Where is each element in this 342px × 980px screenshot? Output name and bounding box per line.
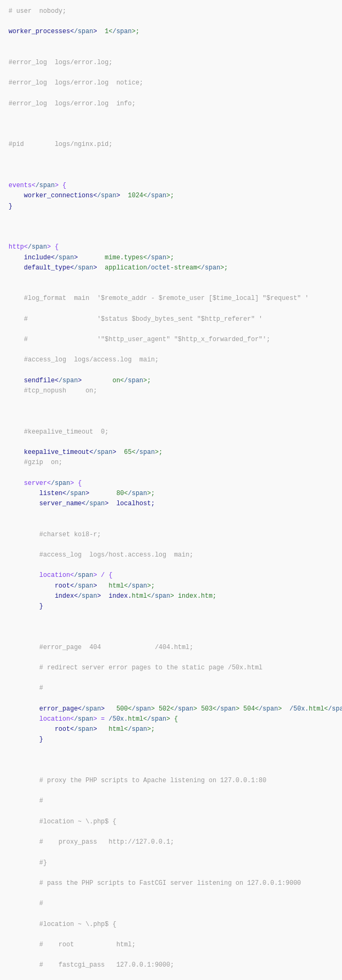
code-line: # user nobody; — [9, 6, 333, 17]
code-line: #charset koi8-r; — [9, 530, 333, 540]
code-line: #gzip on; — [9, 458, 333, 468]
code-line: # proxy the PHP scripts to Apache listen… — [9, 776, 333, 786]
code-line: # proxy_pass http://127.0.0.1; — [9, 837, 333, 847]
code-line: #error_log logs/error.log notice; — [9, 78, 333, 88]
code-line: # redirect server error pages to the sta… — [9, 663, 333, 673]
code-line: #log_format main '$remote_addr - $remote… — [9, 294, 333, 304]
code-line: # pass the PHP scripts to FastCGI server… — [9, 878, 333, 889]
code-line: include</span> mime.types</span>; defaul… — [9, 253, 333, 981]
code-line: } — [9, 202, 333, 212]
code-line — [9, 406, 333, 416]
code-line: error_page</span> 500</span> 502</span> … — [9, 704, 333, 980]
code-line: # — [9, 899, 333, 909]
code-line: http</span> { include</span> mime.types<… — [9, 242, 333, 980]
code-line: # root html; — [9, 940, 333, 950]
code-line: keepalive_timeout</span> 65</span>; #gzi… — [9, 447, 333, 980]
code-line — [9, 273, 333, 283]
code-line: default_type</span> application/octet-st… — [9, 263, 333, 980]
code-line: } — [9, 735, 333, 745]
code-line — [9, 755, 333, 766]
code-line — [9, 622, 333, 632]
code-line — [9, 509, 333, 519]
code-line: #access_log logs/host.access.log main; — [9, 550, 333, 560]
code-line: #location ~ \.php$ { — [9, 817, 333, 827]
code-line: root</span> html</span>; } # proxy the P… — [9, 724, 333, 980]
code-line: #error_page 404 /404.html; — [9, 643, 333, 653]
code-line: location</span> / { root</span> html</sp… — [9, 570, 333, 980]
code-line: #} — [9, 858, 333, 868]
code-line: # '$status $body_bytes_sent "$http_refer… — [9, 314, 333, 325]
code-line: root</span> html</span>; index</span> in… — [9, 581, 333, 981]
code-line: location</span> = /50x.html</span> { roo… — [9, 714, 333, 980]
code-line: worker_processes</span> 1</span>; #error… — [9, 27, 333, 980]
code-line: events</span> { worker_connections</span… — [9, 181, 333, 980]
code-line: #access_log logs/access.log main; — [9, 355, 333, 365]
code-line — [9, 119, 333, 129]
code-line: } — [9, 601, 333, 612]
code-line: #location ~ \.php$ { — [9, 920, 333, 930]
code-line: sendfile</span> on</span>; #tcp_nopush o… — [9, 376, 333, 980]
code-line: server_name</span> localhost; #charset k… — [9, 499, 333, 980]
code-line: #error_log logs/error.log; — [9, 58, 333, 68]
code-line: # — [9, 796, 333, 806]
code-line — [9, 37, 333, 48]
code-line: #error_log logs/error.log info; — [9, 99, 333, 109]
code-line — [9, 160, 333, 171]
code-editor: # user nobody; worker_processes</span> 1… — [0, 0, 342, 980]
code-line: # fastcgi_pass 127.0.0.1:9000; — [9, 960, 333, 970]
code-line: worker_connections</span> 1024</span>; }… — [9, 191, 333, 980]
code-line: #pid logs/nginx.pid; — [9, 140, 333, 150]
code-line: index</span> index.html</span> index.htm… — [9, 591, 333, 980]
code-line: # '"$http_user_agent" "$http_x_forwarded… — [9, 335, 333, 345]
code-line: # — [9, 683, 333, 693]
code-line: server</span> { listen</span> 80</span>;… — [9, 479, 333, 980]
code-line: #tcp_nopush on; — [9, 386, 333, 396]
code-line: listen</span> 80</span>; server_name</sp… — [9, 489, 333, 980]
code-line — [9, 222, 333, 232]
code-line: #keepalive_timeout 0; — [9, 427, 333, 437]
